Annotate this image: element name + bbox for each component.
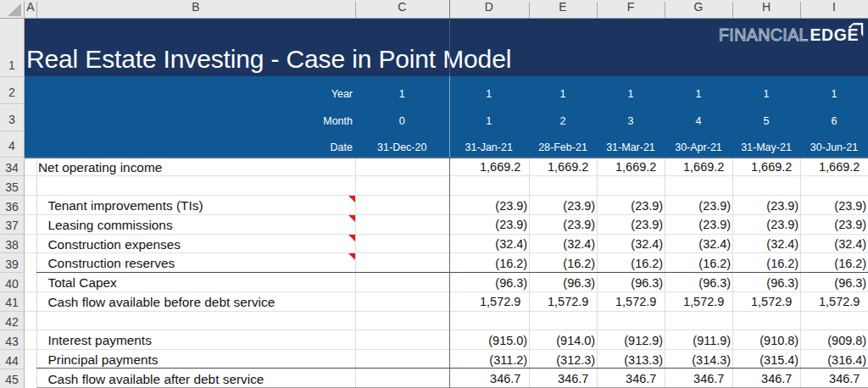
svg-text:FINANCIAL: FINANCIAL	[719, 25, 809, 44]
svg-text:EDGE: EDGE	[810, 25, 859, 44]
